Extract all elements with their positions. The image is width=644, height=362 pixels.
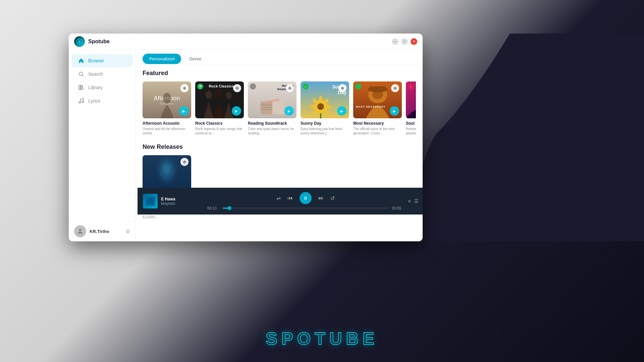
logo-icon bbox=[76, 38, 83, 45]
browse-label: Browse bbox=[88, 58, 104, 63]
lyrics-button[interactable]: ≡ bbox=[408, 198, 411, 204]
card-image-sunny: SunnyDay bbox=[301, 81, 349, 118]
afternoon-silhouette bbox=[157, 92, 177, 118]
card-soul-revived[interactable]: Soul Revived ♪ bbox=[406, 81, 416, 135]
featured-cards-row: Afternoon Acoustic ⊕ ▶ bbox=[143, 81, 416, 135]
card-add-sunny[interactable]: ⊕ bbox=[338, 84, 346, 92]
sidebar-item-library[interactable]: Library bbox=[71, 81, 133, 94]
svg-point-12 bbox=[199, 85, 202, 88]
card-add-afternoon[interactable]: ⊕ bbox=[180, 84, 189, 92]
card-add-rock[interactable]: ⊕ bbox=[233, 84, 241, 92]
card-most-necessary[interactable]: MOST NECESSARY ⊕ ▶ Most Necessary The of… bbox=[353, 81, 402, 135]
now-playing-album-icon bbox=[146, 196, 155, 206]
svg-point-10 bbox=[215, 89, 222, 98]
home-icon bbox=[78, 58, 84, 64]
svg-rect-13 bbox=[261, 102, 272, 114]
repeat-button[interactable]: ↺ bbox=[330, 195, 335, 201]
card-play-necessary[interactable]: ▶ bbox=[390, 106, 399, 116]
shuffle-button[interactable]: ⇌ bbox=[276, 195, 281, 201]
svg-point-35 bbox=[357, 85, 360, 88]
svg-point-7 bbox=[79, 229, 81, 231]
necessary-art-text: MOST NECESSARY bbox=[356, 105, 386, 108]
svg-point-42 bbox=[150, 200, 151, 202]
card-reading-soundtrack[interactable]: ReadingSoundtrack bbox=[248, 81, 297, 135]
reading-art-svg bbox=[259, 98, 286, 115]
card-afternoon-acoustic[interactable]: Afternoon Acoustic ⊕ ▶ bbox=[143, 81, 191, 135]
time-total: 05:55 bbox=[392, 206, 404, 210]
close-button[interactable]: ✕ bbox=[411, 38, 417, 45]
tab-personalized[interactable]: Personalized bbox=[143, 54, 181, 64]
previous-button[interactable]: ⏮ bbox=[287, 195, 293, 201]
library-label: Library bbox=[88, 85, 103, 90]
card-title-reading: Reading Soundtrack bbox=[248, 121, 297, 126]
svg-rect-3 bbox=[79, 85, 80, 90]
sidebar-item-browse[interactable]: Browse bbox=[71, 54, 133, 67]
user-name: KR.Tirtho bbox=[90, 229, 122, 234]
progress-row: 00:13 05:55 bbox=[207, 206, 404, 210]
now-playing-info: E Hawa Meghdol bbox=[161, 197, 203, 205]
svg-point-24 bbox=[325, 105, 332, 108]
user-area: KR.Tirtho ⚙ bbox=[69, 221, 136, 241]
svg-point-30 bbox=[304, 85, 307, 88]
player-controls: ⇌ ⏮ ⏸ ⏭ ↺ bbox=[276, 192, 335, 204]
card-image-afternoon: Afternoon Acoustic ⊕ ▶ bbox=[143, 81, 191, 118]
card-desc-reading: Calm and quiet piano music for reading bbox=[248, 127, 297, 135]
avatar-icon bbox=[76, 228, 84, 235]
lyrics-icon bbox=[78, 98, 84, 104]
card-add-necessary[interactable]: ⊕ bbox=[391, 84, 399, 92]
card-add-reading[interactable]: ⊕ bbox=[286, 84, 294, 92]
card-sunny-day[interactable]: SunnyDay bbox=[301, 81, 349, 135]
settings-icon[interactable]: ⚙ bbox=[125, 228, 130, 235]
now-playing-art bbox=[143, 194, 158, 208]
window-controls: — □ ✕ bbox=[392, 38, 417, 45]
nav-items: Browse Search Library bbox=[69, 50, 136, 221]
queue-button[interactable]: ☰ bbox=[414, 198, 419, 204]
spotify-logo-sunny bbox=[303, 83, 309, 89]
card-title-necessary: Most Necessary bbox=[353, 121, 402, 126]
card-play-afternoon[interactable]: ▶ bbox=[179, 106, 189, 116]
time-current: 00:13 bbox=[207, 206, 219, 210]
player-center: ⇌ ⏮ ⏸ ⏭ ↺ 00:13 05:55 bbox=[207, 192, 404, 210]
card-add-seeyou[interactable]: ⊕ bbox=[180, 158, 189, 166]
next-button[interactable]: ⏭ bbox=[318, 195, 324, 201]
svg-point-11 bbox=[226, 92, 232, 99]
card-desc-sunny: Easy listening pop that feels sunny wher… bbox=[301, 127, 349, 135]
dark-wave-shape bbox=[402, 34, 644, 241]
soul-art-svg bbox=[406, 98, 416, 118]
card-play-reading[interactable]: ▶ bbox=[284, 106, 294, 116]
sunny-art-svg bbox=[304, 88, 337, 118]
tab-genre[interactable]: Genre bbox=[182, 54, 208, 64]
tabs-bar: Personalized Genre bbox=[136, 50, 423, 64]
svg-rect-29 bbox=[320, 113, 321, 118]
download-button[interactable]: ⬇ bbox=[422, 198, 423, 204]
featured-title: Featured bbox=[143, 70, 416, 77]
card-title-rock: Rock Classics bbox=[195, 121, 244, 126]
sidebar-item-lyrics[interactable]: Lyrics bbox=[71, 95, 133, 107]
card-desc-necessary: The official voice of the next generatio… bbox=[353, 127, 402, 135]
sidebar-item-search[interactable]: Search bbox=[71, 68, 133, 80]
card-play-sunny[interactable]: ▶ bbox=[337, 106, 346, 116]
search-icon bbox=[78, 71, 84, 77]
card-image-necessary: MOST NECESSARY ⊕ ▶ bbox=[353, 81, 402, 118]
svg-point-5 bbox=[79, 102, 80, 103]
now-playing-artist: Meghdol bbox=[161, 201, 203, 205]
pause-button[interactable]: ⏸ bbox=[300, 192, 312, 204]
maximize-button[interactable]: □ bbox=[401, 38, 408, 45]
sidebar: Browse Search Library bbox=[69, 50, 136, 241]
card-rock-classics[interactable]: Rock Classics bbox=[195, 81, 244, 135]
app-title: Spotube bbox=[88, 39, 392, 45]
player-right: ≡ ☰ ⬇ ♥ ⏱ ⛶ 🔊 bbox=[408, 198, 423, 204]
progress-bar[interactable] bbox=[223, 207, 389, 209]
svg-rect-14 bbox=[272, 102, 284, 114]
card-title-sunny: Sunny Day bbox=[301, 121, 349, 126]
svg-point-6 bbox=[82, 101, 84, 103]
card-desc-rock: Rock legends & epic songs that continue … bbox=[195, 127, 244, 135]
minimize-button[interactable]: — bbox=[392, 38, 398, 45]
lyrics-label: Lyrics bbox=[88, 98, 100, 104]
card-title-afternoon: Afternoon Acoustic bbox=[143, 121, 191, 126]
svg-point-21 bbox=[319, 96, 322, 102]
new-releases-title: New Releases bbox=[143, 143, 416, 150]
title-bar: Spotube — □ ✕ bbox=[69, 34, 423, 50]
progress-thumb bbox=[227, 206, 231, 210]
card-play-rock[interactable]: ▶ bbox=[232, 106, 241, 116]
